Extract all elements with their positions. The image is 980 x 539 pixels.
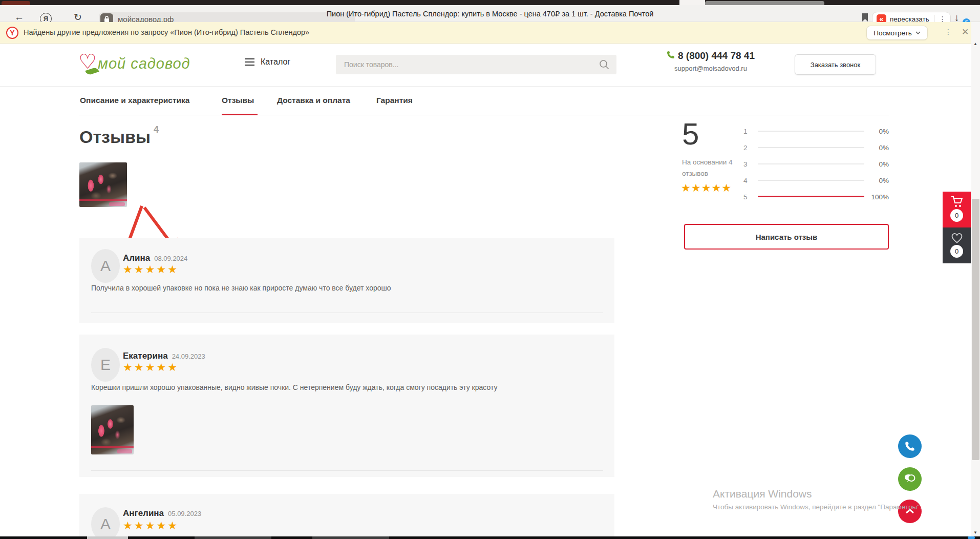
review-stars: ★★★★★ (123, 361, 179, 374)
scrollbar-thumb[interactable] (972, 199, 979, 460)
review-date: 08.09.2024 (154, 255, 187, 262)
search-bar (336, 55, 616, 74)
catalog-button[interactable]: Каталог (245, 56, 290, 68)
reviews-count: 4 (154, 125, 159, 135)
rating-bar-track (758, 131, 864, 132)
browser-toolbar: ← Я ↻ мойсадовод.рф Пион (Ито-гибрид) Па… (0, 5, 980, 22)
site-logo[interactable]: ♡ мой садовод (78, 50, 191, 81)
chevron-down-icon (915, 31, 921, 34)
site-header: ♡ мой садовод Каталог 8 (800) 444 78 41 … (0, 44, 971, 87)
wishlist-count-badge: 0 (950, 245, 963, 258)
rating-distribution: 10% 20% 30% 40% 5100% (743, 123, 889, 205)
rating-bar-track (758, 196, 864, 197)
phone-line[interactable]: 8 (800) 444 78 41 (656, 50, 765, 61)
browser-tab-active[interactable] (679, 0, 705, 5)
page-scrollbar[interactable]: ▲ ▼ (971, 22, 980, 539)
write-review-button[interactable]: Написать отзыв (684, 224, 889, 250)
rating-bar-row: 30% (743, 156, 889, 172)
tab-warranty[interactable]: Гарантия (376, 96, 413, 105)
phone-number: 8 (800) 444 78 41 (678, 50, 755, 61)
tab-delivery[interactable]: Доставка и оплата (277, 96, 350, 105)
view-offers-button[interactable]: Посмотреть (866, 26, 928, 40)
rating-bar-row: 5100% (743, 189, 889, 205)
review-divider (91, 470, 603, 471)
rating-bar-track (758, 147, 864, 148)
review-card: Е Екатерина24.09.2023 ★★★★★ Корешки приш… (79, 335, 614, 477)
phone-icon (667, 51, 675, 59)
reviewer-name: Ангелина05.09.2023 (123, 508, 201, 519)
tab-reviews[interactable]: Отзывы (222, 96, 254, 105)
rating-bar-row: 40% (743, 172, 889, 189)
review-date: 24.09.2023 (172, 353, 205, 360)
rating-based-on: На основании 4отзывов (682, 157, 733, 179)
reviewer-name: Екатерина24.09.2023 (123, 351, 205, 361)
rating-bar-row: 10% (743, 123, 889, 139)
review-text: Получила в хорошей упаковке но пока не з… (91, 284, 594, 292)
back-icon[interactable]: ← (14, 12, 24, 22)
download-icon: ↓ (954, 13, 960, 23)
search-input[interactable] (344, 55, 590, 74)
callback-button[interactable]: Заказать звонок (795, 54, 876, 75)
average-rating: 5 (682, 119, 699, 150)
browser-tab[interactable] (2, 1, 30, 5)
cart-icon (950, 196, 964, 208)
review-card: А Алина08.09.2024 ★★★★★ Получила в хорош… (79, 238, 614, 323)
tabs-divider (79, 115, 889, 115)
wishlist-widget[interactable]: 0 (943, 227, 971, 263)
review-text: Корешки пришли хорошо упакованные, видно… (91, 383, 594, 391)
chat-icon (904, 473, 916, 485)
active-tab-underline (222, 114, 258, 115)
review-photo[interactable] (91, 405, 134, 454)
hamburger-icon (245, 56, 254, 68)
rating-bar-row: 20% (743, 139, 889, 156)
review-card: А Ангелина05.09.2023 ★★★★★ (79, 494, 614, 539)
notification-text: Найдены другие предложения по запросу «П… (24, 28, 309, 36)
taskbar-sliver (0, 536, 980, 539)
reload-icon[interactable]: ↻ (74, 12, 82, 22)
avatar: А (91, 249, 120, 283)
phone-icon (905, 441, 915, 451)
yandex-market-icon: Y (6, 27, 18, 39)
close-icon[interactable]: ✕ (962, 27, 969, 37)
avatar: А (91, 507, 120, 539)
summary-stars: ★★★★★ (681, 182, 732, 194)
windows-activation-title: Активация Windows (713, 488, 812, 500)
review-stars: ★★★★★ (123, 520, 179, 532)
avatar: Е (91, 348, 120, 382)
review-date: 05.09.2023 (168, 510, 201, 517)
rating-bar-track (758, 180, 864, 181)
tab-description[interactable]: Описание и характеристика (80, 96, 189, 105)
windows-activation-subtitle: Чтобы активировать Windows, перейдите в … (713, 503, 922, 511)
browser-tab-strip (0, 0, 980, 5)
heart-icon (950, 232, 964, 244)
contact-block: 8 (800) 444 78 41 support@moisadovod.ru (656, 50, 765, 72)
call-fab-button[interactable] (898, 434, 922, 458)
review-divider (91, 313, 603, 313)
scrollbar-down-icon[interactable]: ▼ (973, 530, 977, 535)
review-stars: ★★★★★ (123, 263, 179, 276)
chat-fab-button[interactable] (898, 467, 922, 491)
cart-count-badge: 0 (950, 209, 963, 222)
page-title: Пион (Ито-гибрид) Пастель Сплендор: купи… (205, 5, 775, 22)
logo-text: мой садовод (98, 55, 190, 72)
support-email[interactable]: support@moisadovod.ru (656, 65, 765, 72)
search-icon[interactable] (599, 59, 609, 70)
notification-menu-icon[interactable]: ⋮ (945, 28, 952, 36)
reviewer-name: Алина08.09.2024 (123, 253, 187, 263)
reviews-heading: Отзывы4 (79, 125, 159, 147)
review-gallery-thumbnail[interactable] (79, 162, 127, 207)
browser-tab[interactable] (705, 1, 824, 5)
cart-widget[interactable]: 0 (943, 192, 971, 227)
scrollbar-up-icon[interactable]: ▲ (973, 42, 977, 46)
rating-bar-track (758, 163, 864, 164)
product-tabs: Описание и характеристика Отзывы Доставк… (0, 87, 980, 116)
offers-notification-bar: Y Найдены другие предложения по запросу … (0, 22, 980, 44)
